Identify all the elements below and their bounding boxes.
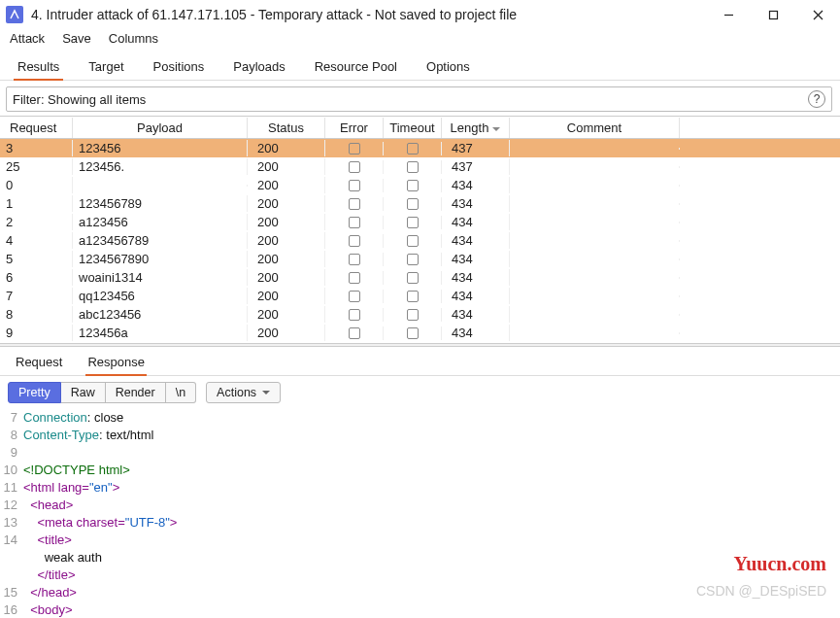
line-code: </title> xyxy=(23,566,75,584)
view-newline-button[interactable]: \n xyxy=(166,382,196,403)
table-body: 312345620043725123456.200437020043411234… xyxy=(0,139,840,342)
col-error[interactable]: Error xyxy=(325,118,384,138)
subtab-request[interactable]: Request xyxy=(14,353,64,375)
cell-error xyxy=(325,290,384,303)
line-code: Connection: close xyxy=(23,409,123,427)
col-status[interactable]: Status xyxy=(248,118,325,138)
col-payload[interactable]: Payload xyxy=(73,118,248,138)
view-pretty-button[interactable]: Pretty xyxy=(8,382,61,403)
checkbox-icon xyxy=(349,198,360,210)
checkbox-icon xyxy=(349,143,360,154)
table-row[interactable]: 1123456789200434 xyxy=(0,194,840,213)
line-code: Content-Type: text/html xyxy=(23,427,153,444)
view-raw-button[interactable]: Raw xyxy=(61,382,106,403)
line-number: 16 xyxy=(0,601,23,618)
menu-columns[interactable]: Columns xyxy=(109,31,158,46)
checkbox-icon xyxy=(407,217,419,228)
cell-timeout xyxy=(384,326,442,340)
cell-timeout xyxy=(384,253,442,266)
cell-payload: abc123456 xyxy=(73,306,248,323)
cell-request: 1 xyxy=(0,195,73,212)
line-number: 8 xyxy=(0,427,23,444)
tab-results[interactable]: Results xyxy=(14,55,63,80)
cell-payload: 123456a xyxy=(73,325,248,341)
table-row[interactable]: 8abc123456200434 xyxy=(0,305,840,324)
cell-length: 437 xyxy=(442,158,510,175)
maximize-button[interactable] xyxy=(751,0,795,29)
cell-comment xyxy=(510,295,680,297)
cell-status: 200 xyxy=(248,325,325,341)
cell-timeout xyxy=(384,197,442,211)
editor-line: weak auth xyxy=(0,549,840,566)
cell-request: 3 xyxy=(0,140,73,156)
actions-dropdown[interactable]: Actions xyxy=(206,382,281,403)
cell-comment xyxy=(510,258,680,260)
checkbox-icon xyxy=(349,217,360,228)
col-timeout[interactable]: Timeout xyxy=(384,118,442,138)
cell-length: 434 xyxy=(442,177,510,193)
table-row[interactable]: 3123456200437 xyxy=(0,139,840,157)
subtab-response[interactable]: Response xyxy=(85,353,147,375)
table-row[interactable]: 9123456a200434 xyxy=(0,324,840,342)
line-code: <html lang="en"> xyxy=(23,479,119,497)
cell-error xyxy=(325,234,384,248)
table-row[interactable]: 51234567890200434 xyxy=(0,250,840,268)
filter-bar[interactable]: Filter: Showing all items ? xyxy=(6,86,832,112)
cell-timeout xyxy=(384,290,442,303)
view-render-button[interactable]: Render xyxy=(106,382,166,403)
table-row[interactable]: 0200434 xyxy=(0,176,840,194)
tab-target[interactable]: Target xyxy=(84,55,127,80)
editor-line: 13 <meta charset="UTF-8"> xyxy=(0,514,840,532)
line-code: <!DOCTYPE html> xyxy=(23,462,130,479)
menu-attack[interactable]: Attack xyxy=(10,31,45,46)
cell-request: 4 xyxy=(0,232,73,249)
filter-text: Filter: Showing all items xyxy=(13,92,146,107)
cell-error xyxy=(325,197,384,211)
cell-status: 200 xyxy=(248,214,325,230)
table-row[interactable]: 7qq123456200434 xyxy=(0,287,840,305)
cell-comment xyxy=(510,332,680,334)
minimize-button[interactable] xyxy=(706,0,751,29)
cell-status: 200 xyxy=(248,269,325,286)
cell-error xyxy=(325,326,384,340)
checkbox-icon xyxy=(349,161,360,173)
line-number xyxy=(0,566,23,584)
checkbox-icon xyxy=(349,180,360,191)
col-request[interactable]: Request xyxy=(0,118,73,138)
table-row[interactable]: 25123456.200437 xyxy=(0,157,840,176)
close-button[interactable] xyxy=(795,0,840,29)
line-number: 15 xyxy=(0,584,23,601)
cell-request: 6 xyxy=(0,269,73,286)
cell-comment xyxy=(510,166,680,168)
table-row[interactable]: 4a123456789200434 xyxy=(0,231,840,250)
tab-resource-pool[interactable]: Resource Pool xyxy=(311,55,401,80)
cell-length: 434 xyxy=(442,325,510,341)
col-length[interactable]: Length xyxy=(442,118,510,138)
checkbox-icon xyxy=(349,235,360,247)
cell-error xyxy=(325,308,384,322)
checkbox-icon xyxy=(407,327,419,339)
cell-length: 434 xyxy=(442,306,510,323)
cell-length: 434 xyxy=(442,232,510,249)
help-icon[interactable]: ? xyxy=(808,90,825,108)
tab-positions[interactable]: Positions xyxy=(150,55,209,80)
cell-comment xyxy=(510,222,680,223)
editor-line: 10<!DOCTYPE html> xyxy=(0,462,840,479)
cell-length: 437 xyxy=(442,140,510,156)
tab-payloads[interactable]: Payloads xyxy=(229,55,288,80)
line-code: <meta charset="UTF-8"> xyxy=(23,514,177,532)
col-comment[interactable]: Comment xyxy=(510,118,680,138)
cell-error xyxy=(325,160,384,174)
response-editor[interactable]: 7Connection: close8Content-Type: text/ht… xyxy=(0,409,840,618)
cell-comment xyxy=(510,240,680,242)
table-row[interactable]: 6woaini1314200434 xyxy=(0,268,840,287)
cell-request: 9 xyxy=(0,325,73,341)
cell-payload: a123456 xyxy=(73,214,248,230)
checkbox-icon xyxy=(349,327,360,339)
table-row[interactable]: 2a123456200434 xyxy=(0,213,840,231)
checkbox-icon xyxy=(349,272,360,284)
tab-options[interactable]: Options xyxy=(422,55,474,80)
menu-save[interactable]: Save xyxy=(62,31,91,46)
cell-error xyxy=(325,179,384,192)
cell-request: 25 xyxy=(0,158,73,175)
